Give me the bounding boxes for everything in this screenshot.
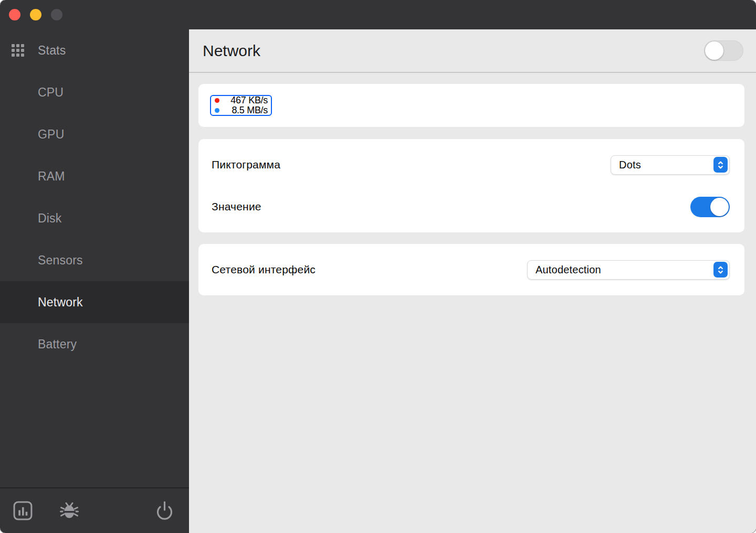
pictogram-label: Пиктограмма: [212, 158, 280, 171]
sidebar-item-ram[interactable]: RAM: [0, 155, 189, 197]
widget-preview[interactable]: 467 KB/s 8.5 MB/s: [210, 95, 272, 116]
sidebar-item-label: CPU: [38, 86, 64, 100]
quit-button[interactable]: [154, 500, 175, 522]
settings-row: Пиктограмма Dots: [212, 144, 730, 186]
settings-content: 467 KB/s 8.5 MB/s Пиктограмма Dots: [189, 73, 756, 295]
sidebar-item-gpu[interactable]: GPU: [0, 113, 189, 155]
zoom-button[interactable]: [51, 9, 62, 20]
pictogram-dropdown[interactable]: Dots: [611, 155, 730, 175]
sidebar: Stats CPU GPU RAM Disk Sensors Network B…: [0, 29, 189, 533]
widget-preview-card: 467 KB/s 8.5 MB/s: [198, 84, 744, 127]
network-interface-dropdown[interactable]: Autodetection: [527, 260, 730, 280]
dropdown-stepper-icon: [713, 157, 728, 173]
activity-chart-button[interactable]: [13, 500, 33, 521]
sidebar-item-stats[interactable]: Stats: [0, 29, 189, 71]
network-interface-label: Сетевой интерфейс: [212, 263, 316, 276]
value-toggle[interactable]: [690, 197, 730, 217]
sidebar-item-disk[interactable]: Disk: [0, 197, 189, 239]
sidebar-item-label: Network: [38, 295, 83, 310]
value-label: Значение: [212, 200, 261, 213]
settings-row: Сетевой интерфейс Autodetection: [212, 249, 730, 291]
dropdown-stepper-icon: [713, 262, 728, 278]
toggle-knob: [710, 198, 729, 216]
widget-row: 467 KB/s: [215, 95, 268, 105]
app-title: Stats: [38, 44, 66, 58]
close-button[interactable]: [9, 9, 20, 20]
sidebar-item-network[interactable]: Network: [0, 281, 189, 323]
sidebar-item-label: Sensors: [38, 253, 83, 268]
download-dot-icon: [215, 108, 219, 113]
module-enable-toggle[interactable]: [704, 40, 743, 61]
minimize-button[interactable]: [30, 9, 41, 20]
dropdown-value: Autodetection: [536, 264, 713, 276]
bug-icon: [59, 501, 79, 521]
module-header: Network: [189, 29, 756, 73]
power-icon: [154, 500, 175, 522]
settings-row: Значение: [212, 186, 730, 228]
sidebar-footer: [0, 487, 189, 533]
dropdown-value: Dots: [619, 159, 713, 171]
widget-settings-card: Пиктограмма Dots Значение: [198, 139, 744, 232]
grid-icon: [12, 44, 24, 57]
widget-speed-value: 467 KB/s: [219, 95, 268, 105]
page-title: Network: [203, 42, 260, 60]
sidebar-item-label: RAM: [38, 169, 65, 184]
sidebar-item-label: Battery: [38, 337, 77, 351]
toggle-knob: [705, 41, 723, 60]
app-window: Stats CPU GPU RAM Disk Sensors Network B…: [0, 0, 756, 533]
widget-speed-value: 8.5 MB/s: [219, 105, 268, 115]
sidebar-item-sensors[interactable]: Sensors: [0, 239, 189, 281]
sidebar-item-label: GPU: [38, 127, 64, 142]
bar-chart-icon: [13, 500, 33, 521]
titlebar[interactable]: [0, 0, 756, 29]
upload-dot-icon: [215, 98, 219, 103]
sidebar-item-cpu[interactable]: CPU: [0, 71, 189, 113]
sidebar-item-battery[interactable]: Battery: [0, 323, 189, 365]
report-bug-button[interactable]: [59, 501, 79, 521]
sidebar-nav: CPU GPU RAM Disk Sensors Network Battery: [0, 71, 189, 487]
traffic-lights: [9, 9, 62, 20]
module-settings-card: Сетевой интерфейс Autodetection: [198, 244, 744, 295]
main-panel: Network 467 KB/s 8.5 MB/s: [189, 29, 756, 533]
sidebar-item-label: Disk: [38, 211, 62, 226]
widget-row: 8.5 MB/s: [215, 105, 268, 115]
